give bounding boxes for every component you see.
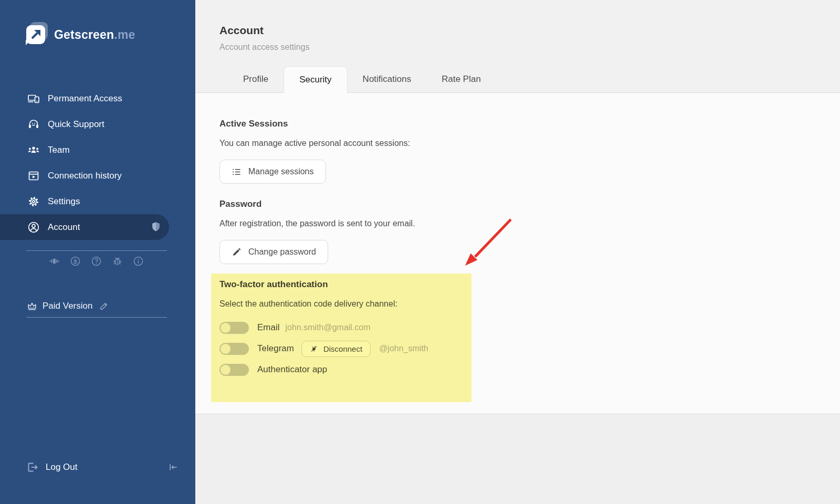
sidebar-utility-icons xyxy=(49,256,144,267)
sidebar-item-quick-support[interactable]: Quick Support xyxy=(0,111,195,137)
sidebar-item-label: Permanent Access xyxy=(48,93,122,104)
bug-icon[interactable] xyxy=(112,256,123,267)
list-icon xyxy=(232,167,242,177)
sidebar-item-label: Team xyxy=(48,145,70,155)
sidebar-item-label: Quick Support xyxy=(48,119,104,130)
user-circle-icon xyxy=(27,221,40,234)
telegram-handle: @john_smith xyxy=(379,344,428,353)
plug-disconnect-icon xyxy=(310,344,318,353)
sidebar: Getscreen.me Permanent Access Quick Supp… xyxy=(0,0,195,504)
sidebar-item-settings[interactable]: Settings xyxy=(0,188,195,214)
tfa-row-authenticator: Authenticator app xyxy=(219,363,840,376)
brand-suffix: .me xyxy=(114,28,135,41)
tab-rate-plan[interactable]: Rate Plan xyxy=(426,66,496,92)
logout-row: Log Out xyxy=(26,461,178,474)
logout-button[interactable]: Log Out xyxy=(46,462,78,472)
sidebar-item-account[interactable]: Account xyxy=(0,214,169,240)
active-sessions-title: Active Sessions xyxy=(219,119,840,129)
sidebar-divider xyxy=(26,250,167,251)
collapse-sidebar-icon[interactable] xyxy=(168,462,178,472)
active-sessions-description: You can manage active personal account s… xyxy=(219,139,840,148)
devices-icon xyxy=(27,92,40,105)
main-header: Account Account access settings xyxy=(195,0,840,66)
change-password-button[interactable]: Change password xyxy=(219,240,328,264)
page-subtitle: Account access settings xyxy=(219,43,310,52)
change-password-label: Change password xyxy=(248,247,316,257)
help-circle-icon[interactable] xyxy=(91,256,102,267)
tab-security[interactable]: Security xyxy=(284,66,347,93)
email-toggle[interactable] xyxy=(219,322,249,334)
pencil-icon xyxy=(232,247,242,257)
sidebar-item-label: Account xyxy=(48,222,80,233)
security-tab-content: Active Sessions You can manage active pe… xyxy=(195,93,840,414)
sidebar-divider xyxy=(26,317,167,318)
email-value: john.smith@gmail.com xyxy=(286,323,371,332)
history-icon xyxy=(27,170,40,182)
getscreen-logo-icon xyxy=(26,24,47,45)
headset-icon xyxy=(27,118,40,131)
sidebar-item-label: Settings xyxy=(48,196,80,207)
tab-profile[interactable]: Profile xyxy=(228,66,284,92)
authenticator-toggle[interactable] xyxy=(219,364,249,376)
telegram-disconnect-label: Disconnect xyxy=(323,344,362,353)
sidebar-item-permanent-access[interactable]: Permanent Access xyxy=(0,86,195,111)
plan-label: Paid Version xyxy=(43,301,92,311)
gear-icon xyxy=(27,195,40,208)
password-description: After registration, the password is sent… xyxy=(219,219,840,228)
tab-bar: Profile Security Notifications Rate Plan xyxy=(195,66,840,93)
twofactor-title: Two-factor authentication xyxy=(219,279,840,290)
email-label: Email xyxy=(257,322,280,333)
brand-logo[interactable]: Getscreen.me xyxy=(26,24,135,45)
carousel-icon[interactable] xyxy=(49,256,60,267)
telegram-label: Telegram xyxy=(257,343,294,354)
tfa-row-email: Email john.smith@gmail.com xyxy=(219,321,840,334)
brand-name: Getscreen.me xyxy=(54,28,135,42)
page-title: Account xyxy=(219,24,264,37)
pencil-icon[interactable] xyxy=(99,301,109,311)
twofactor-description: Select the authentication code delivery … xyxy=(219,299,840,309)
manage-sessions-button[interactable]: Manage sessions xyxy=(219,160,326,184)
sidebar-item-team[interactable]: Team xyxy=(0,137,195,163)
sidebar-nav: Permanent Access Quick Support Team Conn… xyxy=(0,86,195,240)
team-icon xyxy=(27,144,40,156)
sidebar-item-label: Connection history xyxy=(48,171,122,181)
telegram-disconnect-button[interactable]: Disconnect xyxy=(301,341,371,357)
tfa-row-telegram: Telegram Disconnect @john_smith xyxy=(219,342,840,355)
manage-sessions-label: Manage sessions xyxy=(248,167,314,176)
tab-notifications[interactable]: Notifications xyxy=(348,66,427,92)
download-circle-icon[interactable] xyxy=(70,256,81,267)
password-title: Password xyxy=(219,199,840,209)
shield-icon xyxy=(150,221,162,233)
authenticator-label: Authenticator app xyxy=(257,364,327,375)
info-circle-icon[interactable] xyxy=(133,256,144,267)
plan-row: Paid Version xyxy=(26,300,109,312)
crown-icon xyxy=(26,300,38,312)
telegram-toggle[interactable] xyxy=(219,343,249,355)
sidebar-item-connection-history[interactable]: Connection history xyxy=(0,163,195,188)
logout-icon xyxy=(26,461,39,474)
